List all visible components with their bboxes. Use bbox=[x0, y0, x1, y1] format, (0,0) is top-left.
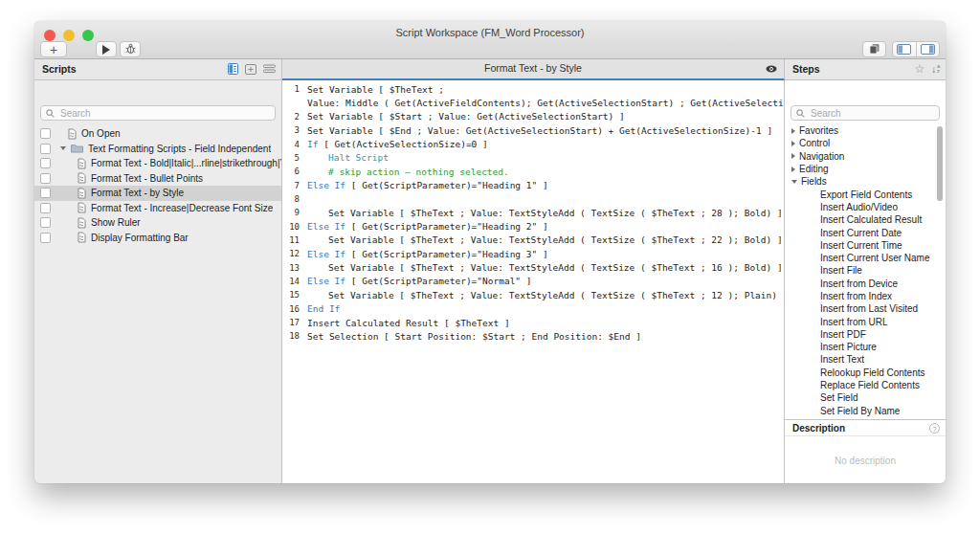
disclosure-triangle-icon[interactable] bbox=[60, 146, 66, 150]
step-item-row[interactable]: Insert from URL bbox=[785, 315, 946, 327]
code-row[interactable]: 7Else If [ Get(ScriptParameter)="Heading… bbox=[282, 178, 784, 191]
code-row[interactable]: 17Insert Calculated Result [ $TheText ] bbox=[282, 316, 784, 329]
script-folder-row[interactable]: Text Formatting Scripts - Field Independ… bbox=[34, 142, 281, 157]
step-item-row[interactable]: Insert Current Time bbox=[785, 239, 946, 252]
step-category-row[interactable]: Favorites bbox=[785, 124, 946, 137]
code-line[interactable]: Else If [ Get(ScriptParameter)="Heading … bbox=[307, 249, 548, 259]
step-category-row[interactable]: Navigation bbox=[785, 150, 946, 163]
step-item-row[interactable]: Replace Field Contents bbox=[785, 379, 946, 391]
script-checkbox[interactable] bbox=[40, 128, 51, 139]
run-script-button[interactable] bbox=[96, 41, 117, 57]
script-row[interactable]: Format Text - by Style bbox=[34, 186, 281, 201]
code-line[interactable]: Else If [ Get(ScriptParameter)="Heading … bbox=[307, 221, 548, 232]
script-row[interactable]: Format Text - Bold|Italic|...rline|strik… bbox=[34, 156, 281, 171]
script-row[interactable]: Format Text - Bullet Points bbox=[34, 171, 281, 187]
step-item-row[interactable]: Set Field bbox=[785, 391, 946, 404]
copy-steps-button[interactable] bbox=[862, 41, 886, 57]
script-checkbox[interactable] bbox=[40, 158, 51, 168]
code-row[interactable]: 3Set Variable [ $End ; Value: Get(Active… bbox=[282, 123, 784, 137]
code-line[interactable]: Set Variable [ $End ; Value: Get(ActiveS… bbox=[307, 125, 772, 136]
code-row[interactable]: 16End If bbox=[282, 302, 784, 316]
list-view-icon[interactable] bbox=[263, 64, 276, 74]
code-row[interactable]: 15Set Variable [ $TheText ; Value: TextS… bbox=[282, 288, 784, 301]
step-category-row[interactable]: Editing bbox=[785, 163, 946, 175]
script-checkbox[interactable] bbox=[40, 144, 51, 154]
step-item-row[interactable]: Insert Current Date bbox=[785, 226, 946, 238]
step-item-row[interactable]: Relookup Field Contents bbox=[785, 367, 946, 379]
disclosure-triangle-icon[interactable] bbox=[791, 128, 795, 134]
step-item-row[interactable]: Insert PDF bbox=[785, 328, 946, 341]
code-line[interactable]: Insert Calculated Result [ $TheText ] bbox=[307, 318, 510, 328]
steps-search-box[interactable] bbox=[791, 105, 940, 121]
step-item-row[interactable]: Insert Audio/Video bbox=[785, 201, 946, 213]
code-line[interactable]: Set Variable [ $TheText ; Value: TextSty… bbox=[307, 208, 783, 218]
code-line[interactable]: Else If [ Get(ScriptParameter)="Heading … bbox=[307, 180, 548, 190]
code-line[interactable]: Halt Script bbox=[307, 152, 389, 163]
disclosure-triangle-icon[interactable] bbox=[791, 141, 795, 146]
code-row[interactable]: 2Set Variable [ $Start ; Value: Get(Acti… bbox=[282, 110, 784, 123]
steps-scrollbar[interactable] bbox=[937, 126, 943, 201]
code-line[interactable]: Set Variable [ $Start ; Value: Get(Activ… bbox=[307, 111, 625, 122]
scripts-search-input[interactable] bbox=[58, 107, 270, 120]
step-item-row[interactable]: Insert File bbox=[785, 264, 946, 277]
code-row[interactable]: 12Else If [ Get(ScriptParameter)="Headin… bbox=[282, 247, 784, 260]
code-line[interactable]: Value: Middle ( Get(ActiveFieldContents)… bbox=[307, 98, 785, 108]
code-row[interactable]: 5Halt Script bbox=[282, 151, 784, 165]
script-row[interactable]: On Open bbox=[34, 126, 281, 142]
eye-icon[interactable] bbox=[765, 64, 778, 74]
script-checkbox[interactable] bbox=[40, 188, 51, 198]
step-item-row[interactable]: Set Field By Name bbox=[785, 405, 946, 417]
code-line[interactable]: Set Variable [ $TheText ; Value: TextSty… bbox=[307, 234, 783, 245]
code-row[interactable]: 13Set Variable [ $TheText ; Value: TextS… bbox=[282, 260, 784, 274]
steps-search-input[interactable] bbox=[809, 107, 934, 120]
step-category-row[interactable]: Control bbox=[785, 137, 946, 149]
script-checkbox[interactable] bbox=[40, 233, 51, 243]
new-folder-icon[interactable] bbox=[245, 64, 256, 75]
code-row[interactable]: 6# skip action — nothing selected. bbox=[282, 165, 784, 178]
toggle-right-panel-button[interactable] bbox=[917, 42, 940, 56]
script-checkbox[interactable] bbox=[40, 173, 51, 184]
step-item-row[interactable]: Export Field Contents bbox=[785, 188, 946, 200]
sort-icon[interactable]: ↓az bbox=[931, 64, 940, 75]
code-row[interactable]: Value: Middle ( Get(ActiveFieldContents)… bbox=[282, 96, 784, 109]
favorite-star-icon[interactable]: ☆ bbox=[914, 63, 924, 75]
disclosure-triangle-icon[interactable] bbox=[791, 180, 797, 184]
code-row[interactable]: 10Else If [ Get(ScriptParameter)="Headin… bbox=[282, 219, 784, 233]
script-row[interactable]: Format Text - Increase|Decrease Font Siz… bbox=[34, 201, 281, 216]
code-row[interactable]: 11Set Variable [ $TheText ; Value: TextS… bbox=[282, 234, 784, 247]
code-line[interactable]: If [ Get(ActiveSelectionSize)=0 ] bbox=[307, 139, 488, 149]
debug-script-button[interactable] bbox=[120, 41, 141, 57]
new-script-icon[interactable] bbox=[228, 63, 238, 75]
new-script-button[interactable]: + bbox=[40, 41, 67, 57]
code-line[interactable]: Else If [ Get(ScriptParameter)="Normal" … bbox=[307, 276, 532, 286]
code-row[interactable]: 14Else If [ Get(ScriptParameter)="Normal… bbox=[282, 275, 784, 288]
code-row[interactable]: 18Set Selection [ Start Position: $Start… bbox=[282, 329, 784, 343]
script-row[interactable]: Display Formatting Bar bbox=[34, 231, 281, 246]
code-line[interactable]: Set Variable [ $TheText ; bbox=[307, 84, 444, 95]
code-line[interactable]: Set Variable [ $TheText ; Value: TextSty… bbox=[307, 290, 785, 300]
script-checkbox[interactable] bbox=[40, 203, 51, 213]
step-item-row[interactable]: Insert from Index bbox=[785, 290, 946, 302]
step-category-row[interactable]: Fields bbox=[785, 175, 946, 188]
code-row[interactable]: 1Set Variable [ $TheText ; bbox=[282, 82, 784, 96]
script-row[interactable]: Show Ruler bbox=[34, 215, 281, 231]
code-line[interactable]: # skip action — nothing selected. bbox=[307, 167, 509, 177]
code-row[interactable]: 8 bbox=[282, 192, 784, 206]
help-icon[interactable]: ? bbox=[929, 423, 940, 434]
disclosure-triangle-icon[interactable] bbox=[791, 153, 795, 159]
step-item-row[interactable]: Insert Text bbox=[785, 353, 946, 366]
code-row[interactable]: 4If [ Get(ActiveSelectionSize)=0 ] bbox=[282, 137, 784, 150]
code-line[interactable]: Set Selection [ Start Position: $Start ;… bbox=[307, 331, 641, 342]
step-item-row[interactable]: Insert Picture bbox=[785, 341, 946, 353]
editor-tab-title[interactable]: Format Text - by Style bbox=[282, 59, 784, 78]
code-line[interactable]: Set Variable [ $TheText ; Value: TextSty… bbox=[307, 262, 783, 273]
scripts-search-box[interactable] bbox=[40, 105, 276, 121]
disclosure-triangle-icon[interactable] bbox=[791, 167, 795, 172]
step-item-row[interactable]: Insert Current User Name bbox=[785, 252, 946, 264]
code-line[interactable]: End If bbox=[307, 303, 340, 314]
step-item-row[interactable]: Insert from Device bbox=[785, 278, 946, 290]
code-row[interactable]: 9Set Variable [ $TheText ; Value: TextSt… bbox=[282, 206, 784, 219]
toggle-left-panel-button[interactable] bbox=[893, 42, 916, 56]
step-item-row[interactable]: Insert from Last Visited bbox=[785, 302, 946, 315]
script-checkbox[interactable] bbox=[40, 217, 51, 228]
